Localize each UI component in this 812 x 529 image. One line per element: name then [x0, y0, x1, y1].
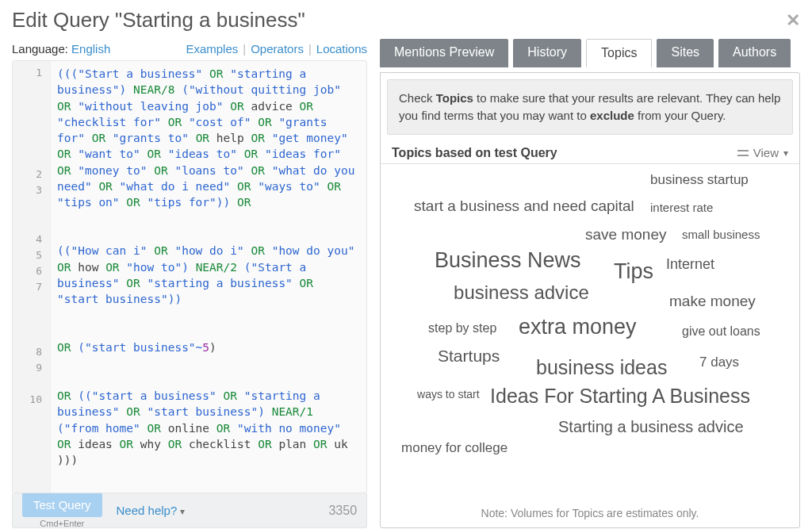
chevron-down-icon: ▾ [783, 148, 788, 159]
topics-banner: Check Topics to make sure that your resu… [387, 79, 793, 135]
topic-item[interactable]: business startup [650, 172, 749, 188]
topic-item[interactable]: ways to start [417, 388, 480, 401]
shortcut-hint: Cmd+Enter [22, 519, 102, 528]
topic-item[interactable]: Tips [614, 259, 653, 284]
query-code[interactable]: ((("Start a business" OR "starting a bus… [51, 61, 366, 493]
view-dropdown[interactable]: View ▾ [737, 146, 788, 159]
topic-item[interactable]: give out loans [682, 324, 760, 339]
topic-item[interactable]: interest rate [650, 201, 713, 214]
topic-item[interactable]: Business News [435, 248, 581, 273]
language-link[interactable]: English [71, 42, 110, 56]
tab-mentions-preview[interactable]: Mentions Preview [380, 39, 508, 67]
examples-link[interactable]: Examples [186, 42, 238, 56]
locations-link[interactable]: Locations [316, 42, 367, 56]
tab-authors[interactable]: Authors [718, 39, 791, 67]
language-label: Language: [12, 42, 71, 56]
topic-item[interactable]: money for college [401, 440, 508, 456]
operators-link[interactable]: Operators [251, 42, 304, 56]
line-gutter: 1 2 3 4 5 6 7 8 9 10 [13, 61, 51, 493]
topic-item[interactable]: make money [669, 293, 756, 310]
adjust-icon [737, 148, 749, 158]
char-count: 3350 [328, 504, 357, 518]
chevron-down-icon: ▾ [180, 506, 185, 517]
tab-history[interactable]: History [513, 39, 581, 67]
topics-heading: Topics based on test Query [392, 146, 557, 160]
tab-sites[interactable]: Sites [657, 39, 714, 67]
tabs: Mentions Preview History Topics Sites Au… [380, 39, 800, 67]
topics-note: Note: Volumes for Topics are estimates o… [381, 502, 799, 527]
topic-item[interactable]: 7 days [699, 355, 739, 370]
topic-item[interactable]: Internet [666, 256, 714, 273]
topic-item[interactable]: save money [585, 226, 666, 243]
topic-item[interactable]: Ideas For Starting A Business [490, 385, 750, 408]
topic-item[interactable]: Starting a business advice [558, 418, 743, 436]
close-icon[interactable]: ✕ [786, 10, 800, 31]
topic-item[interactable]: step by step [428, 321, 496, 335]
test-query-button[interactable]: Test Query [22, 493, 102, 517]
topic-item[interactable]: extra money [519, 315, 637, 339]
query-editor[interactable]: 1 2 3 4 5 6 7 8 9 10 ((("Start a busines… [12, 60, 367, 493]
topic-item[interactable]: Startups [438, 347, 500, 366]
topic-item[interactable]: start a business and need capital [414, 197, 634, 215]
dialog-title: Edit Query "Starting a business" [12, 8, 305, 33]
need-help-link[interactable]: Need help? ▾ [117, 504, 186, 517]
topic-item[interactable]: small business [682, 228, 760, 241]
topic-cloud: business startup start a business and ne… [381, 167, 799, 503]
tab-topics[interactable]: Topics [586, 39, 652, 67]
topic-item[interactable]: business advice [454, 282, 589, 304]
topic-item[interactable]: business ideas [536, 356, 667, 379]
